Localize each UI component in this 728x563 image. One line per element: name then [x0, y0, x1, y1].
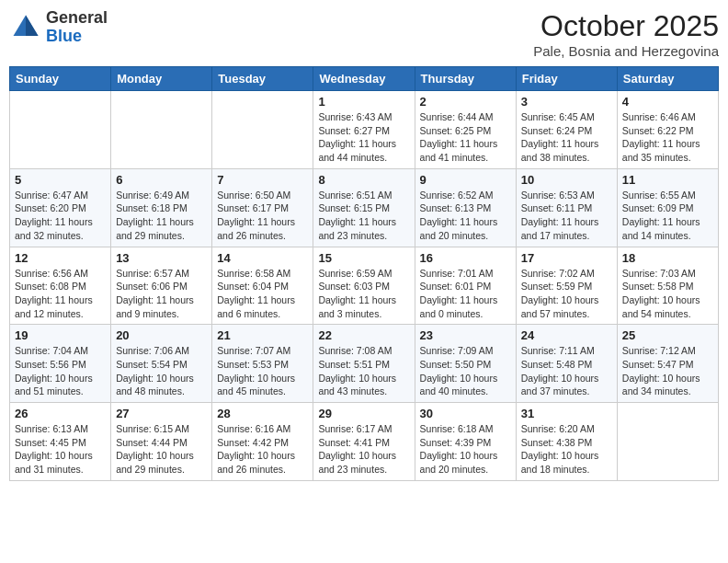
calendar-week-row: 12Sunrise: 6:56 AM Sunset: 6:08 PM Dayli…	[10, 247, 719, 325]
day-info: Sunrise: 6:17 AM Sunset: 4:41 PM Dayligh…	[318, 422, 409, 477]
calendar-cell: 17Sunrise: 7:02 AM Sunset: 5:59 PM Dayli…	[516, 247, 617, 325]
day-info: Sunrise: 6:20 AM Sunset: 4:38 PM Dayligh…	[521, 422, 612, 477]
day-number: 14	[217, 251, 308, 265]
day-info: Sunrise: 7:03 AM Sunset: 5:58 PM Dayligh…	[622, 267, 713, 321]
day-number: 9	[420, 173, 511, 187]
day-number: 11	[622, 173, 713, 187]
day-number: 18	[622, 251, 713, 265]
day-info: Sunrise: 6:18 AM Sunset: 4:39 PM Dayligh…	[420, 422, 511, 477]
day-number: 6	[116, 173, 207, 187]
day-info: Sunrise: 7:06 AM Sunset: 5:54 PM Dayligh…	[116, 344, 207, 398]
calendar-week-row: 1Sunrise: 6:43 AM Sunset: 6:27 PM Daylig…	[10, 91, 719, 169]
calendar-cell: 8Sunrise: 6:51 AM Sunset: 6:15 PM Daylig…	[313, 168, 415, 247]
calendar-cell: 14Sunrise: 6:58 AM Sunset: 6:04 PM Dayli…	[212, 247, 313, 325]
weekday-header-tuesday: Tuesday	[212, 67, 313, 91]
day-info: Sunrise: 6:57 AM Sunset: 6:06 PM Dayligh…	[116, 267, 207, 321]
calendar-cell	[111, 91, 212, 169]
month-title: October 2025	[533, 9, 719, 43]
day-info: Sunrise: 7:04 AM Sunset: 5:56 PM Dayligh…	[15, 344, 106, 398]
day-number: 19	[15, 328, 106, 342]
day-number: 21	[217, 328, 308, 342]
day-number: 24	[521, 328, 612, 342]
day-number: 23	[420, 328, 511, 342]
weekday-header-wednesday: Wednesday	[313, 67, 415, 91]
day-info: Sunrise: 6:44 AM Sunset: 6:25 PM Dayligh…	[420, 110, 511, 165]
calendar-cell: 5Sunrise: 6:47 AM Sunset: 6:20 PM Daylig…	[10, 168, 111, 247]
calendar-cell: 7Sunrise: 6:50 AM Sunset: 6:17 PM Daylig…	[212, 168, 313, 247]
location-title: Pale, Bosnia and Herzegovina	[533, 43, 719, 59]
logo-blue: Blue	[46, 28, 108, 46]
day-number: 12	[15, 251, 106, 265]
calendar-week-row: 5Sunrise: 6:47 AM Sunset: 6:20 PM Daylig…	[10, 168, 719, 247]
svg-marker-1	[26, 15, 39, 36]
day-info: Sunrise: 6:49 AM Sunset: 6:18 PM Dayligh…	[116, 189, 207, 243]
day-info: Sunrise: 7:12 AM Sunset: 5:47 PM Dayligh…	[622, 344, 713, 398]
calendar-cell: 31Sunrise: 6:20 AM Sunset: 4:38 PM Dayli…	[516, 403, 617, 481]
day-number: 4	[622, 95, 713, 109]
calendar-cell	[10, 91, 111, 169]
weekday-header-monday: Monday	[111, 67, 212, 91]
weekday-header-thursday: Thursday	[415, 67, 516, 91]
day-number: 25	[622, 328, 713, 342]
day-info: Sunrise: 6:13 AM Sunset: 4:45 PM Dayligh…	[15, 422, 106, 477]
logo-text: General Blue	[46, 9, 108, 46]
day-number: 27	[116, 407, 207, 420]
calendar-cell: 23Sunrise: 7:09 AM Sunset: 5:50 PM Dayli…	[415, 325, 516, 403]
day-info: Sunrise: 7:08 AM Sunset: 5:51 PM Dayligh…	[318, 344, 409, 398]
day-number: 2	[420, 95, 511, 109]
calendar-cell: 10Sunrise: 6:53 AM Sunset: 6:11 PM Dayli…	[516, 168, 617, 247]
calendar-cell: 19Sunrise: 7:04 AM Sunset: 5:56 PM Dayli…	[10, 325, 111, 403]
calendar-cell: 25Sunrise: 7:12 AM Sunset: 5:47 PM Dayli…	[617, 325, 718, 403]
weekday-header-friday: Friday	[516, 67, 617, 91]
day-number: 15	[318, 251, 409, 265]
day-info: Sunrise: 6:50 AM Sunset: 6:17 PM Dayligh…	[217, 189, 308, 243]
calendar-cell: 3Sunrise: 6:45 AM Sunset: 6:24 PM Daylig…	[516, 91, 617, 169]
calendar-cell: 26Sunrise: 6:13 AM Sunset: 4:45 PM Dayli…	[10, 403, 111, 481]
page-header: General Blue October 2025 Pale, Bosnia a…	[9, 9, 719, 59]
day-number: 16	[420, 251, 511, 265]
day-info: Sunrise: 7:07 AM Sunset: 5:53 PM Dayligh…	[217, 344, 308, 398]
calendar-cell: 28Sunrise: 6:16 AM Sunset: 4:42 PM Dayli…	[212, 403, 313, 481]
calendar-cell: 6Sunrise: 6:49 AM Sunset: 6:18 PM Daylig…	[111, 168, 212, 247]
day-info: Sunrise: 6:16 AM Sunset: 4:42 PM Dayligh…	[217, 422, 308, 477]
calendar-cell: 22Sunrise: 7:08 AM Sunset: 5:51 PM Dayli…	[313, 325, 415, 403]
day-number: 8	[318, 173, 409, 187]
calendar-cell: 13Sunrise: 6:57 AM Sunset: 6:06 PM Dayli…	[111, 247, 212, 325]
day-number: 22	[318, 328, 409, 342]
weekday-header-row: SundayMondayTuesdayWednesdayThursdayFrid…	[10, 67, 719, 91]
day-number: 7	[217, 173, 308, 187]
day-number: 29	[318, 407, 409, 420]
calendar-cell: 29Sunrise: 6:17 AM Sunset: 4:41 PM Dayli…	[313, 403, 415, 481]
day-info: Sunrise: 7:09 AM Sunset: 5:50 PM Dayligh…	[420, 344, 511, 398]
calendar-cell: 24Sunrise: 7:11 AM Sunset: 5:48 PM Dayli…	[516, 325, 617, 403]
calendar-cell: 9Sunrise: 6:52 AM Sunset: 6:13 PM Daylig…	[415, 168, 516, 247]
calendar-cell: 1Sunrise: 6:43 AM Sunset: 6:27 PM Daylig…	[313, 91, 415, 169]
day-info: Sunrise: 6:43 AM Sunset: 6:27 PM Dayligh…	[318, 110, 409, 165]
day-number: 30	[420, 407, 511, 420]
calendar-cell: 20Sunrise: 7:06 AM Sunset: 5:54 PM Dayli…	[111, 325, 212, 403]
calendar-cell: 12Sunrise: 6:56 AM Sunset: 6:08 PM Dayli…	[10, 247, 111, 325]
calendar-cell: 21Sunrise: 7:07 AM Sunset: 5:53 PM Dayli…	[212, 325, 313, 403]
day-number: 5	[15, 173, 106, 187]
day-info: Sunrise: 6:46 AM Sunset: 6:22 PM Dayligh…	[622, 110, 713, 165]
calendar-cell: 18Sunrise: 7:03 AM Sunset: 5:58 PM Dayli…	[617, 247, 718, 325]
calendar-cell	[617, 403, 718, 481]
day-info: Sunrise: 7:01 AM Sunset: 6:01 PM Dayligh…	[420, 267, 511, 321]
day-number: 3	[521, 95, 612, 109]
calendar-week-row: 19Sunrise: 7:04 AM Sunset: 5:56 PM Dayli…	[10, 325, 719, 403]
day-info: Sunrise: 6:59 AM Sunset: 6:03 PM Dayligh…	[318, 267, 409, 321]
day-number: 13	[116, 251, 207, 265]
weekday-header-saturday: Saturday	[617, 67, 718, 91]
day-info: Sunrise: 7:02 AM Sunset: 5:59 PM Dayligh…	[521, 267, 612, 321]
day-info: Sunrise: 6:15 AM Sunset: 4:44 PM Dayligh…	[116, 422, 207, 477]
title-area: October 2025 Pale, Bosnia and Herzegovin…	[533, 9, 719, 59]
calendar-cell	[212, 91, 313, 169]
weekday-header-sunday: Sunday	[10, 67, 111, 91]
calendar-cell: 30Sunrise: 6:18 AM Sunset: 4:39 PM Dayli…	[415, 403, 516, 481]
day-info: Sunrise: 6:53 AM Sunset: 6:11 PM Dayligh…	[521, 189, 612, 243]
calendar-table: SundayMondayTuesdayWednesdayThursdayFrid…	[9, 66, 719, 481]
day-info: Sunrise: 6:58 AM Sunset: 6:04 PM Dayligh…	[217, 267, 308, 321]
day-number: 28	[217, 407, 308, 420]
day-info: Sunrise: 6:56 AM Sunset: 6:08 PM Dayligh…	[15, 267, 106, 321]
day-number: 31	[521, 407, 612, 420]
